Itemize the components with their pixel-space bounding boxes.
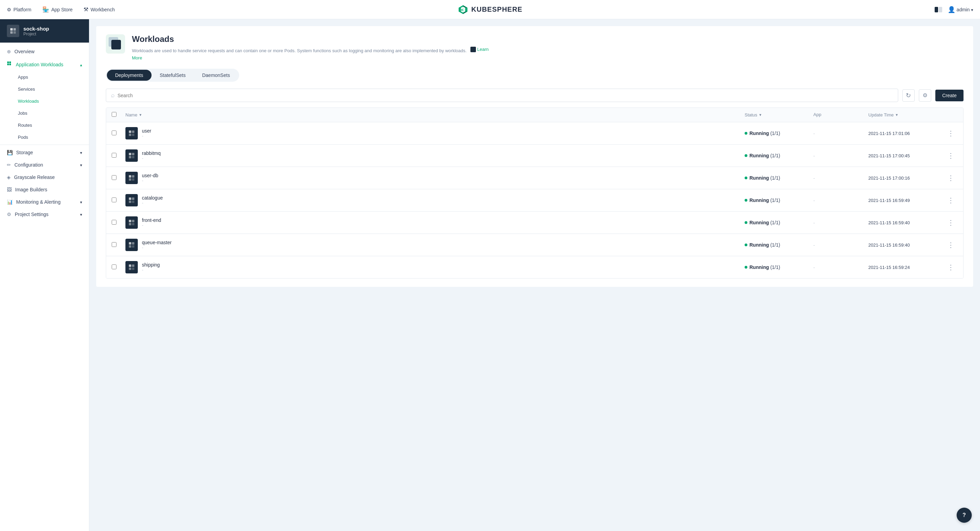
update-time-cell: 2021-11-15 16:59:40 [868,243,944,248]
row-more-button[interactable] [944,218,958,227]
svg-rect-11 [7,62,9,63]
search-input[interactable] [118,93,893,98]
workload-name: user-db [142,173,158,178]
sidebar-item-routes[interactable]: Routes [0,119,89,131]
app-cell: - [813,220,868,225]
image-builders-label: Image Builders [15,187,47,192]
sidebar-item-project-settings[interactable]: ⚙ Project Settings [0,208,89,221]
table-row: user-db - Running (1/1) - 2021-11-15 17:… [106,167,963,189]
sidebar-item-workloads[interactable]: Workloads [0,95,89,107]
learn-link[interactable]: Learn [477,46,488,53]
workload-sub: - [142,223,161,228]
status-text: Running (1/1) [749,242,780,248]
sidebar-item-configuration[interactable]: ✏ Configuration [0,159,89,171]
help-fab[interactable]: ? [957,508,972,523]
svg-rect-33 [129,223,131,225]
row-more-button[interactable] [944,241,958,249]
table-row: user - Running (1/1) - 2021-11-15 17:01:… [106,122,963,145]
status-cell: Running (1/1) [745,242,813,248]
svg-rect-20 [132,153,134,155]
workload-name: queue-master [142,240,172,245]
table-row: catalogue - Running (1/1) - 2021-11-15 1… [106,189,963,211]
settings-button[interactable] [919,89,931,102]
workload-cell: catalogue - [126,194,745,207]
table-body: user - Running (1/1) - 2021-11-15 17:01:… [106,122,963,278]
sidebar-item-jobs[interactable]: Jobs [0,107,89,119]
platform-label: Platform [13,7,31,13]
workload-cell: user - [126,127,745,140]
table-row: front-end - Running (1/1) - 2021-11-15 1… [106,211,963,234]
sidebar-item-overview[interactable]: ⊕ Overview [0,45,89,58]
row-more-button[interactable] [944,129,958,137]
update-time-cell: 2021-11-15 16:59:40 [868,220,944,225]
tab-daemonsets[interactable]: DaemonSets [194,70,238,81]
row-checkbox [112,153,126,159]
app-cell: - [813,198,868,203]
sidebar: sock-shop Project ⊕ Overview Application… [0,19,89,531]
row-more-button[interactable] [944,263,958,271]
workload-icon [126,239,138,251]
create-button[interactable]: Create [935,90,964,101]
main-content: Workloads Workloads are used to handle s… [89,19,980,531]
dots-icon [947,241,954,249]
sidebar-item-monitoring-alerting[interactable]: 📊 Monitoring & Alerting [0,196,89,208]
sidebar-item-pods[interactable]: Pods [0,131,89,143]
svg-rect-23 [129,175,131,178]
svg-rect-38 [132,245,134,248]
row-select-checkbox[interactable] [112,264,116,269]
name-sort-icon: ▼ [139,113,142,117]
sidebar-item-app-workloads[interactable]: Application Workloads [0,58,89,71]
row-select-checkbox[interactable] [112,220,116,225]
apps-label: Apps [18,75,28,79]
sidebar-item-grayscale-release[interactable]: ◈ Grayscale Release [0,171,89,183]
monitoring-expand-icon [80,199,82,205]
theme-toggle[interactable] [935,7,942,13]
select-all-checkbox[interactable] [112,112,116,117]
status-dot [745,176,748,179]
workbench-nav[interactable]: ⚒ Workbench [83,6,115,13]
project-header[interactable]: sock-shop Project [0,19,89,43]
sidebar-item-image-builders[interactable]: 🖼 Image Builders [0,183,89,196]
row-select-checkbox[interactable] [112,153,116,157]
app-store-nav[interactable]: 🏪 App Store [42,6,73,13]
row-select-checkbox[interactable] [112,130,116,135]
row-select-checkbox[interactable] [112,197,116,202]
status-cell: Running (1/1) [745,153,813,158]
status-dot [745,221,748,224]
admin-menu[interactable]: 👤 admin [948,6,973,13]
toolbar: Create [106,89,964,102]
svg-rect-30 [132,200,134,203]
workload-cell: front-end - [126,216,745,229]
sidebar-item-storage[interactable]: 💾 Storage [0,146,89,159]
update-time-cell: 2021-11-15 17:00:16 [868,175,944,181]
row-more-button[interactable] [944,196,958,204]
tab-deployments[interactable]: Deployments [107,70,151,81]
header-app: App [813,112,868,118]
workload-icon [126,216,138,229]
search-box[interactable] [106,89,898,102]
svg-rect-39 [129,264,131,267]
tab-statefulsets[interactable]: StatefulSets [151,70,194,81]
row-more-button[interactable] [944,151,958,160]
workload-cell: rabbitmq - [126,149,745,162]
workload-sub: - [142,245,172,250]
row-select-checkbox[interactable] [112,242,116,247]
services-label: Services [18,87,35,92]
header-name[interactable]: Name ▼ [126,112,745,118]
svg-rect-27 [129,197,131,200]
sidebar-item-services[interactable]: Services [0,83,89,95]
refresh-button[interactable] [902,89,915,102]
header-update-time[interactable]: Update Time ▼ [868,112,944,118]
header-status[interactable]: Status ▼ [745,112,813,118]
row-checkbox [112,264,126,270]
sidebar-item-apps[interactable]: Apps [0,71,89,83]
platform-nav[interactable]: Platform [7,7,31,13]
row-more-button[interactable] [944,174,958,182]
header-checkbox [112,112,126,118]
more-link[interactable]: More [132,55,488,60]
row-select-checkbox[interactable] [112,175,116,180]
svg-rect-25 [129,178,131,181]
project-settings-label: Project Settings [15,211,48,217]
app-cell: - [813,265,868,270]
configuration-expand-icon [80,162,82,168]
